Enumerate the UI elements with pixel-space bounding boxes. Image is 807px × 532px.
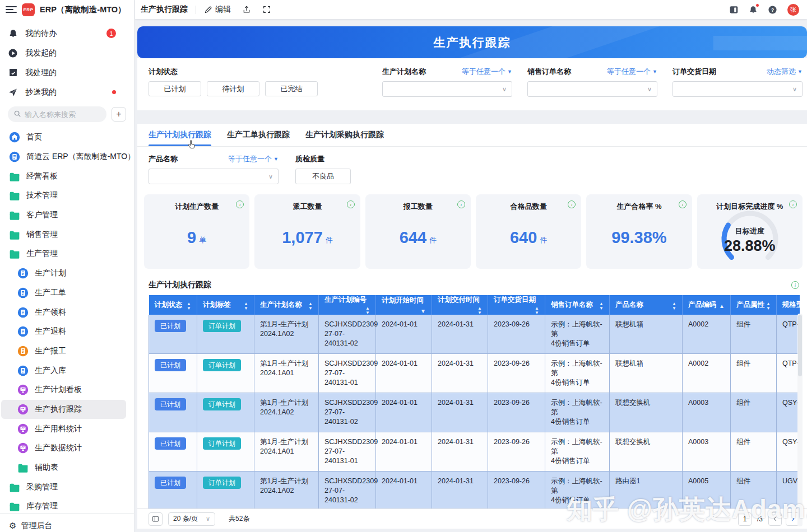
sidebar-item[interactable]: 生产领料 — [1, 302, 126, 322]
sidebar-item[interactable]: 库存管理 — [1, 497, 126, 513]
table-column-header[interactable]: 生产计划编号▲▼ — [319, 295, 376, 315]
sidebar-item[interactable]: 生产工单 — [1, 283, 126, 303]
cell-plan-name: 第1月-生产计划2024.1A02 — [254, 393, 319, 432]
sidebar-item[interactable]: 生产数据统计 — [1, 438, 126, 458]
cell-deliver-date: 2024-01-31 — [432, 315, 488, 354]
fullscreen-button[interactable] — [262, 5, 271, 14]
info-icon[interactable]: i — [679, 200, 687, 208]
sidebar-item[interactable]: 销售管理 — [1, 225, 126, 244]
cell-tag: 订单计划 — [197, 354, 254, 393]
search-input[interactable] — [25, 110, 101, 119]
product-op-link[interactable]: 等于任意一个▼ — [228, 154, 279, 164]
table-column-header[interactable]: 计划状态▲▼ — [149, 295, 197, 315]
info-icon[interactable]: i — [457, 200, 465, 208]
table-row[interactable]: 已计划订单计划第1月-生产计划2024.1A01SCJHXSDD230927-0… — [149, 432, 800, 472]
filter-select-group: 生产计划名称 等于任意一个▼ ∨ — [382, 67, 512, 97]
sidebar-item[interactable]: 简道云 ERP（离散制造-MTO）... — [1, 147, 126, 167]
table-column-header[interactable]: 销售订单名称▲▼ — [545, 295, 610, 315]
user-avatar[interactable]: 张 — [787, 4, 799, 16]
stat-title: 派工数量 — [254, 202, 360, 212]
sidebar-item[interactable]: 生产报工 — [1, 342, 126, 361]
sidebar-item[interactable]: 我发起的 — [0, 43, 134, 63]
table-column-header[interactable]: 计划标签▲▼ — [197, 295, 254, 315]
cell-attr: 组件 — [731, 432, 777, 472]
sidebar-item-label: 我处理的 — [25, 68, 57, 78]
filter-select[interactable]: ∨ — [382, 81, 512, 97]
sidebar-item[interactable]: 生产用料统计 — [1, 419, 126, 438]
sidebar-item[interactable]: 生产入库 — [1, 361, 126, 380]
sidebar-item-label: 生产报工 — [35, 346, 66, 356]
svg-text:?: ? — [771, 7, 774, 12]
table-info-icon[interactable]: i — [791, 281, 799, 289]
table-column-header[interactable]: 规格型号▲▼ — [777, 295, 800, 315]
filter-operator-link[interactable]: 动态筛选▼ — [767, 67, 803, 77]
sidebar-item[interactable]: 生产计划看板 — [1, 380, 126, 400]
prev-page-button[interactable] — [768, 512, 782, 526]
search-box[interactable] — [8, 106, 106, 122]
table-column-header[interactable]: 产品属性▲▼ — [731, 295, 777, 315]
table-column-header[interactable]: 计划开始时间▼ — [376, 295, 432, 315]
panel-toggle-icon[interactable] — [729, 6, 739, 14]
status-filter-button[interactable]: 已完结 — [265, 81, 318, 96]
tab-1[interactable]: 生产计划执行跟踪 — [149, 124, 211, 146]
sort-icon: ▲▼ — [535, 306, 539, 315]
table-row[interactable]: 已计划订单计划第1月-生产计划2024.1A02SCJHXSDD230927-0… — [149, 472, 800, 509]
sidebar-item-admin[interactable]: ⚙ 管理后台 — [0, 513, 134, 532]
tab-3[interactable]: 生产计划采购执行跟踪 — [305, 124, 384, 146]
table-row[interactable]: 已计划订单计划第1月-生产计划2024.1A01SCJHXSDD230927-0… — [149, 354, 800, 393]
sidebar-item-label: 我的待办 — [25, 29, 57, 39]
edit-button[interactable]: 编辑 — [204, 4, 231, 15]
info-icon[interactable]: i — [789, 200, 797, 208]
sidebar-item[interactable]: 客户管理 — [1, 206, 126, 225]
sidebar-item-active[interactable]: 生产执行跟踪 — [1, 400, 126, 419]
table-scrollbar[interactable] — [797, 314, 803, 526]
notifications-bell-icon[interactable] — [749, 5, 758, 15]
page-size-select[interactable]: 20 条/页∨ — [168, 512, 215, 526]
table-column-header[interactable]: 计划交付时间▲▼ — [432, 295, 488, 315]
filter-select[interactable]: ∨ — [527, 81, 657, 97]
sidebar-item[interactable]: 我的待办 1 — [0, 24, 134, 43]
stat-unit: 件 — [429, 235, 437, 245]
tab-2[interactable]: 生产工单执行跟踪 — [227, 124, 290, 146]
sidebar-item[interactable]: 生产计划 — [1, 264, 126, 283]
cell-product: 路由器1 — [610, 472, 683, 509]
current-page-box[interactable]: 1 — [738, 512, 752, 526]
total-pages: /3 — [757, 515, 763, 523]
sidebar-item[interactable]: 辅助表 — [1, 458, 126, 478]
defective-filter-button[interactable]: 不良品 — [295, 169, 351, 184]
sidebar-item[interactable]: 生产管理 — [1, 244, 126, 264]
help-icon[interactable]: ? — [768, 5, 777, 15]
column-settings-button[interactable] — [149, 512, 163, 526]
menu-toggle-icon[interactable] — [6, 4, 17, 15]
sidebar-item[interactable]: 技术管理 — [1, 186, 126, 206]
filter-select[interactable]: ∨ — [672, 81, 803, 97]
sidebar-item[interactable]: 经营看板 — [1, 166, 126, 186]
sidebar-item[interactable]: 采购管理 — [1, 477, 126, 497]
stat-title: 计划生产数量 — [144, 202, 249, 212]
product-name-select[interactable]: ∨ — [149, 169, 279, 184]
filter-operator-link[interactable]: 等于任意一个▼ — [607, 67, 657, 77]
sidebar-item[interactable]: 首页 — [1, 128, 126, 147]
sidebar-item[interactable]: 生产退料 — [1, 322, 126, 342]
plan-tag: 订单计划 — [203, 320, 241, 332]
table-column-header[interactable]: 产品编码▲ — [683, 295, 731, 315]
export-button[interactable] — [242, 5, 251, 14]
sidebar-item[interactable]: 我处理的 — [0, 63, 134, 82]
cell-attr: 组件 — [731, 315, 777, 354]
table-column-header[interactable]: 生产计划名称▲▼ — [254, 295, 319, 315]
stat-card: 计划目标完成进度 % i 目标进度 28.88% — [697, 194, 803, 269]
add-button[interactable]: + — [112, 107, 126, 122]
info-icon[interactable]: i — [347, 200, 355, 208]
table-column-header[interactable]: 订单交货日期▲▼ — [488, 295, 545, 315]
status-tag: 已计划 — [155, 437, 186, 450]
table-row[interactable]: 已计划订单计划第1月-生产计划2024.1A02SCJHXSDD230927-0… — [149, 393, 800, 432]
status-filter-button[interactable]: 已计划 — [149, 81, 201, 96]
home-icon — [9, 132, 20, 143]
status-tag: 已计划 — [155, 320, 186, 332]
table-column-header[interactable]: 产品名称▲▼ — [610, 295, 683, 315]
sort-icon: ▲▼ — [187, 301, 191, 310]
table-row[interactable]: 已计划订单计划第1月-生产计划2024.1A02SCJHXSDD230927-0… — [149, 315, 800, 354]
status-filter-button[interactable]: 待计划 — [207, 81, 259, 96]
sidebar-item[interactable]: 抄送我的 — [0, 82, 134, 102]
filter-operator-link[interactable]: 等于任意一个▼ — [462, 67, 512, 77]
